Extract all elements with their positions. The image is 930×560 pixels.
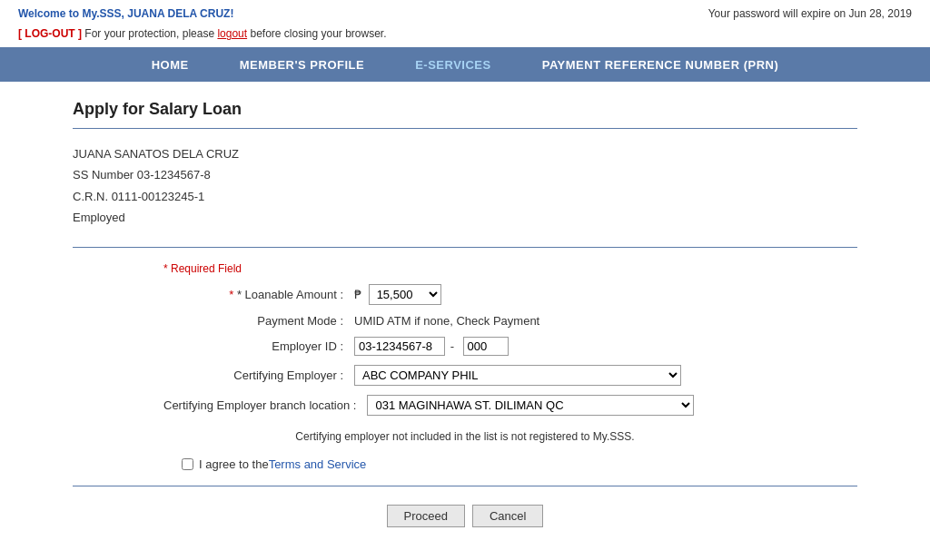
member-crn: C.R.N. 0111-00123245-1	[73, 186, 857, 207]
top-header: Welcome to My.SSS, JUANA DELA CRUZ! Your…	[0, 0, 930, 24]
branch-location-row: Certifying Employer branch location : 03…	[163, 395, 857, 416]
nav-home[interactable]: HOME	[126, 58, 214, 72]
page-title: Apply for Salary Loan	[73, 100, 857, 119]
ss-value: 03-1234567-8	[137, 168, 211, 182]
agreement-text: I agree to the	[199, 457, 269, 471]
member-ss: SS Number 03-1234567-8	[73, 164, 857, 185]
password-expiry: Your password will expire on Jun 28, 201…	[708, 7, 912, 20]
branch-location-label: Certifying Employer branch location :	[163, 398, 367, 412]
main-content: Apply for Salary Loan JUANA SANATOS DELA…	[0, 82, 930, 545]
nav-members-profile[interactable]: MEMBER'S PROFILE	[214, 58, 391, 72]
loanable-amount-value: ₱ 15,500 20,000 25,000	[354, 284, 441, 305]
crn-label: C.R.N.	[73, 190, 108, 203]
user-name: JUANA DELA CRUZ!	[127, 7, 233, 20]
member-name: JUANA SANATOS DELA CRUZ	[73, 143, 857, 164]
member-status: Employed	[73, 207, 857, 228]
agreement-checkbox[interactable]	[182, 458, 193, 470]
employer-id-value: -	[354, 337, 509, 356]
id-separator: -	[450, 339, 458, 353]
loanable-amount-select[interactable]: 15,500 20,000 25,000	[369, 284, 441, 305]
branch-location-value: 031 MAGINHAWA ST. DILIMAN QC	[367, 395, 694, 416]
nav-prn[interactable]: PAYMENT REFERENCE NUMBER (PRN)	[517, 58, 805, 72]
notice-text: Certifying employer not included in the …	[73, 430, 857, 443]
mid-divider	[73, 247, 857, 248]
proceed-button[interactable]: Proceed	[387, 505, 465, 527]
logout-message-before: For your protection, please	[84, 27, 217, 40]
branch-location-select[interactable]: 031 MAGINHAWA ST. DILIMAN QC	[367, 395, 694, 416]
certifying-employer-select[interactable]: ABC COMPANY PHIL	[354, 365, 681, 386]
required-star: *	[229, 288, 237, 301]
employer-id-input[interactable]	[354, 337, 445, 356]
employer-id-label: Employer ID :	[163, 339, 354, 353]
employer-id-row: Employer ID : -	[163, 337, 857, 356]
ss-label: SS Number	[73, 168, 134, 182]
certifying-employer-label: Certifying Employer :	[163, 368, 354, 382]
certifying-employer-value: ABC COMPANY PHIL	[354, 365, 681, 386]
member-info: JUANA SANATOS DELA CRUZ SS Number 03-123…	[73, 143, 857, 229]
bottom-divider	[73, 486, 857, 486]
logout-bracket[interactable]: [ LOG-OUT ]	[18, 27, 82, 40]
welcome-prefix: Welcome to My.SSS,	[18, 7, 124, 20]
payment-mode-value: UMID ATM if none, Check Payment	[354, 314, 539, 328]
cancel-button[interactable]: Cancel	[472, 505, 543, 527]
loan-form: * Required Field * * Loanable Amount : ₱…	[163, 262, 857, 471]
terms-link[interactable]: Terms and Service	[269, 457, 367, 471]
required-note: * Required Field	[163, 262, 857, 275]
certifying-employer-row: Certifying Employer : ABC COMPANY PHIL	[163, 365, 857, 386]
top-divider	[73, 128, 857, 129]
peso-symbol: ₱	[354, 288, 361, 301]
navbar: HOME MEMBER'S PROFILE E-SERVICES PAYMENT…	[0, 47, 930, 82]
welcome-message: Welcome to My.SSS, JUANA DELA CRUZ!	[18, 7, 233, 20]
agreement-row: I agree to the Terms and Service	[182, 457, 857, 471]
payment-mode-label: Payment Mode :	[163, 314, 354, 328]
button-row: Proceed Cancel	[73, 505, 857, 527]
loanable-amount-label: * * Loanable Amount :	[163, 288, 354, 301]
payment-mode-row: Payment Mode : UMID ATM if none, Check P…	[163, 314, 857, 328]
nav-eservices[interactable]: E-SERVICES	[390, 58, 517, 72]
employer-id-suffix-input[interactable]	[463, 337, 509, 356]
logout-link[interactable]: logout	[217, 27, 247, 40]
loanable-amount-row: * * Loanable Amount : ₱ 15,500 20,000 25…	[163, 284, 857, 305]
logout-message-after: before closing your browser.	[250, 27, 386, 40]
crn-value: 0111-00123245-1	[112, 190, 205, 203]
logout-bar: [ LOG-OUT ] For your protection, please …	[0, 24, 930, 47]
